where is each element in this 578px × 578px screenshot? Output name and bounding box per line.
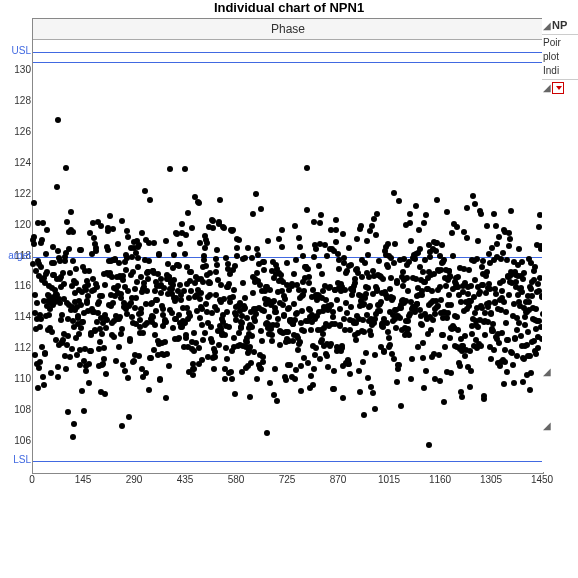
disclosure-icon[interactable]: ◢ bbox=[543, 19, 551, 33]
side-panel: ◢NP Poir plot Indi ◢ ◢ ◢ bbox=[542, 18, 578, 472]
disclosure-icon[interactable]: ◢ bbox=[543, 81, 551, 95]
control-chart: Phase bbox=[32, 18, 544, 474]
x-axis-labels: 01452904355807258701015116013051450 bbox=[32, 472, 544, 492]
phase-header: Phase bbox=[33, 19, 543, 40]
disclosure-icon[interactable]: ◢ bbox=[543, 365, 551, 379]
disclosure-icon[interactable]: ◢ bbox=[543, 419, 551, 433]
plot-area bbox=[33, 40, 543, 473]
side-line-1: Poir bbox=[542, 36, 578, 50]
side-line-3: Indi bbox=[542, 64, 578, 78]
side-title: NP bbox=[552, 19, 567, 31]
side-line-2: plot bbox=[542, 50, 578, 64]
chart-title: Individual chart of NPN1 bbox=[0, 0, 578, 15]
